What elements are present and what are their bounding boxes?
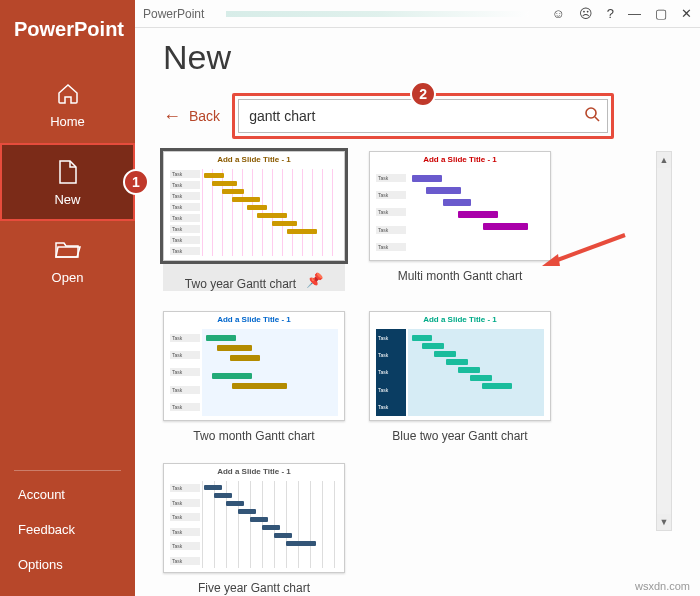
nav-label: Home bbox=[50, 114, 85, 129]
scrollbar[interactable]: ▲ ▼ bbox=[656, 151, 672, 531]
page-title: New bbox=[163, 38, 672, 77]
slide-title: Add a Slide Title - 1 bbox=[164, 152, 344, 167]
close-icon[interactable]: ✕ bbox=[681, 6, 692, 21]
sidebar-footer: Account Feedback Options bbox=[0, 464, 135, 596]
template-blue-two-year-gantt[interactable]: Add a Slide Title - 1 TaskTaskTaskTaskTa… bbox=[369, 311, 551, 443]
nav-account[interactable]: Account bbox=[0, 477, 135, 512]
scroll-up-icon[interactable]: ▲ bbox=[657, 152, 671, 168]
template-label: Blue two year Gantt chart bbox=[392, 421, 527, 443]
template-grid: Add a Slide Title - 1 TaskTaskTaskTaskTa… bbox=[163, 151, 573, 595]
main-area: PowerPoint ☺ ☹ ? — ▢ ✕ New ← Back 2 bbox=[135, 0, 700, 596]
nav-feedback[interactable]: Feedback bbox=[0, 512, 135, 547]
slide-title: Add a Slide Title - 1 bbox=[164, 464, 344, 479]
back-button[interactable]: ← Back bbox=[163, 106, 220, 127]
maximize-icon[interactable]: ▢ bbox=[655, 6, 667, 21]
template-label: Five year Gantt chart bbox=[198, 573, 310, 595]
titlebar: PowerPoint ☺ ☹ ? — ▢ ✕ bbox=[135, 0, 700, 28]
back-label: Back bbox=[189, 108, 220, 124]
template-label: Two year Gantt chart bbox=[185, 269, 296, 291]
pin-icon[interactable]: 📌 bbox=[306, 272, 323, 288]
nav-new[interactable]: New 1 bbox=[0, 143, 135, 221]
folder-open-icon bbox=[54, 236, 82, 264]
nav-open[interactable]: Open bbox=[0, 221, 135, 299]
sidebar: PowerPoint Home New 1 Open bbox=[0, 0, 135, 596]
brand: PowerPoint bbox=[0, 0, 135, 65]
template-five-year-gantt[interactable]: Add a Slide Title - 1 TaskTaskTaskTaskTa… bbox=[163, 463, 345, 595]
template-multi-month-gantt[interactable]: Add a Slide Title - 1 TaskTaskTaskTaskTa… bbox=[369, 151, 551, 291]
watermark: wsxdn.com bbox=[635, 580, 690, 592]
callout-badge-2: 2 bbox=[410, 81, 436, 107]
help-icon[interactable]: ? bbox=[607, 6, 614, 21]
search-container: 2 bbox=[238, 99, 608, 133]
minimize-icon[interactable]: — bbox=[628, 6, 641, 21]
template-label: Two month Gantt chart bbox=[193, 421, 314, 443]
slide-title: Add a Slide Title - 1 bbox=[370, 152, 550, 167]
frown-icon[interactable]: ☹ bbox=[579, 6, 593, 21]
slide-title: Add a Slide Title - 1 bbox=[164, 312, 344, 327]
template-two-year-gantt[interactable]: Add a Slide Title - 1 TaskTaskTaskTaskTa… bbox=[163, 151, 345, 291]
nav-home[interactable]: Home bbox=[0, 65, 135, 143]
smile-icon[interactable]: ☺ bbox=[551, 6, 564, 21]
callout-badge-1: 1 bbox=[123, 169, 149, 195]
nav: Home New 1 Open bbox=[0, 65, 135, 299]
nav-label: New bbox=[54, 192, 80, 207]
template-label: Multi month Gantt chart bbox=[398, 261, 523, 283]
new-file-icon bbox=[54, 158, 82, 186]
back-arrow-icon: ← bbox=[163, 106, 181, 127]
nav-label: Open bbox=[52, 270, 84, 285]
slide-title: Add a Slide Title - 1 bbox=[370, 312, 550, 327]
template-two-month-gantt[interactable]: Add a Slide Title - 1 TaskTaskTaskTaskTa… bbox=[163, 311, 345, 443]
window-controls: ☺ ☹ ? — ▢ ✕ bbox=[551, 6, 692, 21]
nav-options[interactable]: Options bbox=[0, 547, 135, 582]
home-icon bbox=[54, 80, 82, 108]
scroll-down-icon[interactable]: ▼ bbox=[657, 514, 671, 530]
window-title: PowerPoint bbox=[143, 7, 204, 21]
